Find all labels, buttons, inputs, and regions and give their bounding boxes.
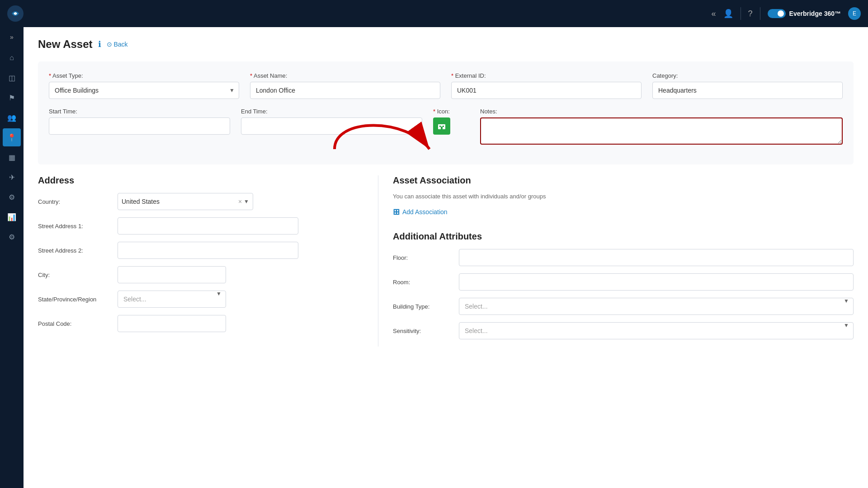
icon-group: Icon: [433, 108, 469, 145]
sidebar-item-settings[interactable]: ⚙ [3, 228, 21, 246]
asset-type-group: Asset Type: Office Buildings ▼ [49, 72, 239, 99]
room-label: Room: [393, 279, 452, 286]
state-label: State/Province/Region [38, 296, 110, 303]
form-row-1: Asset Type: Office Buildings ▼ Asset Nam… [49, 72, 843, 99]
asset-association-title: Asset Association [393, 175, 854, 186]
brand-text: Everbridge 360™ [789, 10, 841, 17]
start-time-input[interactable] [49, 117, 230, 135]
form-row-2: Start Time: End Time: Icon: [49, 108, 843, 145]
sidebar: » ⌂ ◫ ⚑ 👥 📍 ▦ ✈ ⚙ 📊 ⚙ [0, 27, 24, 488]
postal-input[interactable] [118, 315, 226, 332]
sidebar-item-dashboard[interactable]: ◫ [3, 69, 21, 87]
asset-association-section: Asset Association You can associate this… [393, 175, 854, 217]
room-input[interactable] [459, 273, 854, 291]
country-row: Country: United States × ▼ [38, 193, 363, 210]
logo [7, 5, 24, 22]
floor-row: Floor: [393, 249, 854, 266]
state-select-wrapper: Select... ▼ [118, 291, 226, 308]
building-type-row: Building Type: Select... ▼ [393, 298, 854, 315]
category-group: Category: [652, 72, 843, 99]
street1-input[interactable] [118, 217, 298, 235]
add-association-button[interactable]: ⊞ Add Association [393, 207, 854, 217]
sensitivity-select-wrapper: Select... ▼ [459, 322, 854, 339]
column-divider [378, 175, 378, 347]
main-layout: » ⌂ ◫ ⚑ 👥 📍 ▦ ✈ ⚙ 📊 ⚙ New Asset ℹ ⊙ Back… [0, 27, 868, 488]
street2-input[interactable] [118, 242, 298, 259]
page-header: New Asset ℹ ⊙ Back [38, 38, 854, 51]
nav-divider [741, 7, 741, 20]
asset-type-select[interactable]: Office Buildings [49, 82, 239, 99]
back-label: Back [114, 41, 128, 48]
svg-rect-5 [441, 127, 443, 129]
postal-row: Postal Code: [38, 315, 363, 332]
country-select-wrapper: United States × ▼ [118, 193, 253, 210]
sidebar-item-alerts[interactable]: ⚑ [3, 89, 21, 107]
help-icon[interactable]: ? [748, 9, 753, 19]
street1-row: Street Address 1: [38, 217, 363, 235]
city-row: City: [38, 266, 363, 283]
sensitivity-row: Sensitivity: Select... ▼ [393, 322, 854, 339]
room-row: Room: [393, 273, 854, 291]
asset-name-input[interactable] [250, 82, 440, 99]
notes-label: Notes: [480, 108, 843, 115]
everbridge-toggle[interactable] [768, 9, 786, 18]
category-input[interactable] [652, 82, 843, 99]
svg-rect-4 [443, 126, 444, 127]
asset-association-subtitle: You can associate this asset with indivi… [393, 193, 854, 200]
sidebar-item-integrations[interactable]: ⚙ [3, 188, 21, 206]
sidebar-toggle[interactable]: » [7, 31, 16, 43]
external-id-input[interactable] [451, 82, 642, 99]
city-input[interactable] [118, 266, 226, 283]
page-title: New Asset [38, 38, 93, 51]
country-label: Country: [38, 198, 110, 205]
top-nav: « 👤 ? Everbridge 360™ E [0, 0, 868, 27]
sidebar-item-home[interactable]: ⌂ [3, 49, 21, 67]
asset-type-select-wrapper: Office Buildings ▼ [49, 82, 239, 99]
sidebar-item-travel[interactable]: ✈ [3, 168, 21, 186]
page-help-icon[interactable]: ℹ [98, 39, 101, 49]
postal-label: Postal Code: [38, 320, 110, 327]
sidebar-item-contacts[interactable]: 👥 [3, 108, 21, 127]
floor-input[interactable] [459, 249, 854, 266]
building-type-select-wrapper: Select... ▼ [459, 298, 854, 315]
back-icon: ⊙ [107, 41, 112, 48]
user-icon[interactable]: 👤 [723, 9, 733, 19]
asset-type-label: Asset Type: [49, 72, 239, 79]
back-button[interactable]: ⊙ Back [107, 41, 128, 48]
country-value: United States [122, 198, 236, 205]
sidebar-item-assets[interactable]: 📍 [3, 128, 21, 146]
collapse-icon[interactable]: « [712, 9, 716, 19]
external-id-group: External ID: [451, 72, 642, 99]
top-nav-left [7, 5, 24, 22]
notes-group: Notes: [480, 108, 843, 145]
nav-divider2 [760, 7, 760, 20]
address-section: Address Country: United States × ▼ Stree… [38, 175, 363, 347]
state-select[interactable]: Select... [118, 291, 226, 308]
end-time-input[interactable] [241, 117, 422, 135]
end-time-label: End Time: [241, 108, 422, 115]
category-label: Category: [652, 72, 843, 79]
right-section: Asset Association You can associate this… [393, 175, 854, 347]
building-type-label: Building Type: [393, 303, 452, 310]
sidebar-item-analytics[interactable]: 📊 [3, 208, 21, 226]
sidebar-item-reports[interactable]: ▦ [3, 148, 21, 166]
two-col-section: Address Country: United States × ▼ Stree… [38, 175, 854, 347]
building-type-select[interactable]: Select... [459, 298, 854, 315]
street1-label: Street Address 1: [38, 223, 110, 230]
building-icon [437, 123, 446, 129]
icon-button[interactable] [433, 117, 450, 135]
notes-textarea[interactable] [480, 117, 843, 145]
toggle-container: Everbridge 360™ [768, 9, 841, 18]
country-clear-icon[interactable]: × [238, 198, 242, 205]
end-time-group: End Time: [241, 108, 422, 145]
add-association-label: Add Association [402, 208, 448, 216]
asset-name-label: Asset Name: [250, 72, 440, 79]
state-row: State/Province/Region Select... ▼ [38, 291, 363, 308]
address-form: Country: United States × ▼ Street Addres… [38, 193, 363, 332]
sensitivity-select[interactable]: Select... [459, 322, 854, 339]
external-id-label: External ID: [451, 72, 642, 79]
asset-name-group: Asset Name: [250, 72, 440, 99]
user-avatar: E [848, 7, 861, 20]
country-arrow-icon[interactable]: ▼ [244, 198, 249, 205]
start-time-group: Start Time: [49, 108, 230, 145]
